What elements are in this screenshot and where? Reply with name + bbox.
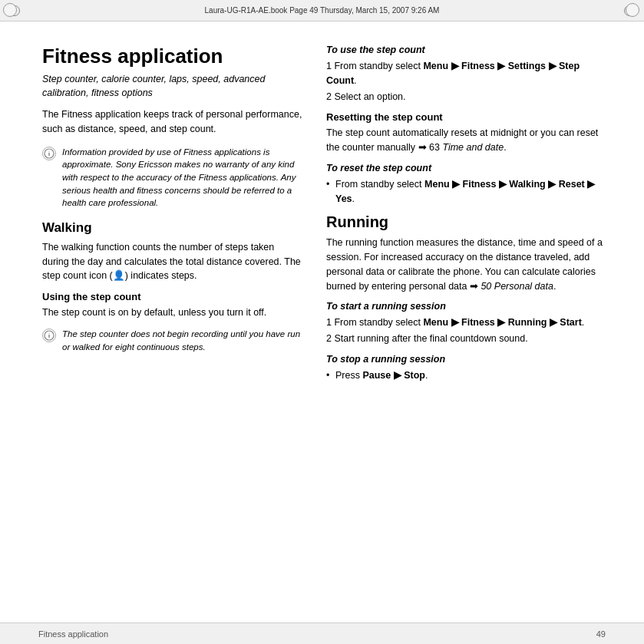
page-title: Fitness application <box>42 45 303 68</box>
walking-title: Walking <box>42 220 303 236</box>
right-column: To use the step count 1 From standby sel… <box>326 45 609 599</box>
resetting-block: Resetting the step count The step count … <box>326 111 609 155</box>
running-body: The running function measures the distan… <box>326 236 609 293</box>
corner-top-right <box>626 3 641 18</box>
step-item: 1 From standby select Menu ▶ Fitness ▶ R… <box>326 315 609 330</box>
resetting-title: Resetting the step count <box>326 111 609 123</box>
info-text-2: The step counter does not begin recordin… <box>62 328 303 353</box>
footer-right: 49 <box>596 629 606 639</box>
page: ✦ Laura-UG-R1A-AE.book Page 49 Thursday,… <box>0 0 644 644</box>
using-step-count-body: The step count is on by default, unless … <box>42 305 303 320</box>
bullet-item: From standby select Menu ▶ Fitness ▶ Wal… <box>326 177 609 206</box>
stop-running-list: Press Pause ▶ Stop. <box>326 368 609 383</box>
using-step-count-title: Using the step count <box>42 291 303 302</box>
running-title: Running <box>326 213 609 231</box>
intro-text: The Fitness application keeps track of p… <box>42 107 303 137</box>
walking-body: The walking function counts the number o… <box>42 240 303 283</box>
corner-top-left <box>3 3 18 18</box>
use-step-count-steps: 1 From standby select Menu ▶ Fitness ▶ S… <box>326 59 609 104</box>
resetting-body: The step count automatically resets at m… <box>326 126 609 155</box>
top-bar: ✦ Laura-UG-R1A-AE.book Page 49 Thursday,… <box>0 0 644 21</box>
subtitle: Step counter, calorie counter, laps, spe… <box>42 73 303 100</box>
left-column: Fitness application Step counter, calori… <box>42 45 303 599</box>
use-step-count-title: To use the step count <box>326 45 609 55</box>
start-running-steps: 1 From standby select Menu ▶ Fitness ▶ R… <box>326 315 609 346</box>
bottom-bar: Fitness application 49 <box>0 623 644 644</box>
step-item: 2 Start running after the final countdow… <box>326 332 609 346</box>
step-item: 2 Select an option. <box>326 90 609 104</box>
bullet-item: Press Pause ▶ Stop. <box>326 368 609 383</box>
info-box-1: Information provided by use of Fitness a… <box>42 146 303 210</box>
reset-step-list: From standby select Menu ▶ Fitness ▶ Wal… <box>326 177 609 206</box>
info-box-2: The step counter does not begin recordin… <box>42 328 303 353</box>
info-text-1: Information provided by use of Fitness a… <box>62 146 303 210</box>
main-content: Fitness application Step counter, calori… <box>0 21 644 623</box>
info-icon-1 <box>42 147 56 160</box>
footer-left: Fitness application <box>38 629 108 639</box>
info-icon-2 <box>42 329 56 342</box>
step-item: 1 From standby select Menu ▶ Fitness ▶ S… <box>326 59 609 88</box>
top-bar-label: Laura-UG-R1A-AE.book Page 49 Thursday, M… <box>25 6 619 15</box>
stop-running-title: To stop a running session <box>326 354 609 365</box>
start-running-title: To start a running session <box>326 301 609 312</box>
reset-step-title: To reset the step count <box>326 163 609 173</box>
